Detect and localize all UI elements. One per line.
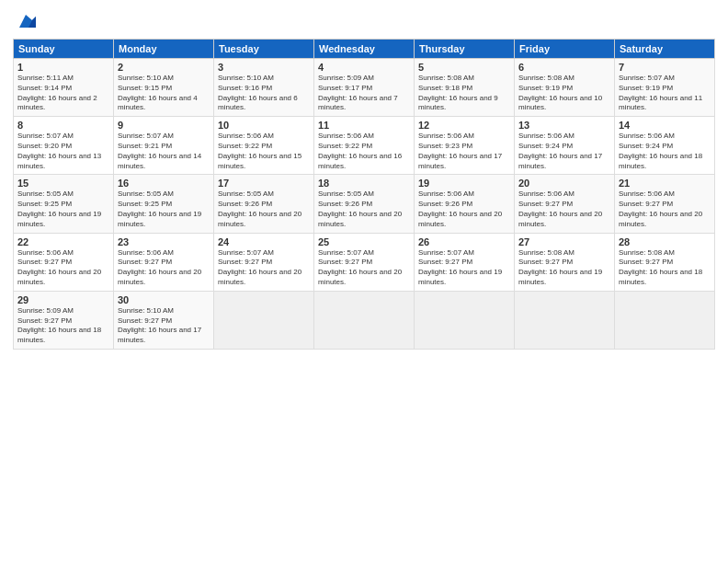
table-row: 5 Sunrise: 5:08 AM Sunset: 9:18 PM Dayli…	[415, 59, 515, 117]
day-info: Sunrise: 5:07 AM Sunset: 9:27 PM Dayligh…	[418, 248, 510, 288]
calendar-week-row: 15 Sunrise: 5:05 AM Sunset: 9:25 PM Dayl…	[14, 175, 715, 233]
day-info: Sunrise: 5:05 AM Sunset: 9:26 PM Dayligh…	[218, 190, 310, 229]
day-number: 8	[17, 120, 109, 131]
table-row: 28 Sunrise: 5:08 AM Sunset: 9:27 PM Dayl…	[615, 233, 715, 291]
page: Sunday Monday Tuesday Wednesday Thursday…	[0, 0, 728, 563]
table-row	[214, 291, 314, 349]
header-thursday: Thursday	[415, 40, 515, 59]
day-number: 19	[418, 178, 510, 189]
table-row	[415, 291, 515, 349]
day-number: 16	[118, 178, 210, 189]
day-number: 28	[619, 236, 711, 247]
calendar-week-row: 22 Sunrise: 5:06 AM Sunset: 9:27 PM Dayl…	[14, 233, 715, 291]
table-row: 12 Sunrise: 5:06 AM Sunset: 9:23 PM Dayl…	[415, 117, 515, 175]
table-row: 21 Sunrise: 5:06 AM Sunset: 9:27 PM Dayl…	[615, 175, 715, 233]
day-info: Sunrise: 5:06 AM Sunset: 9:22 PM Dayligh…	[218, 132, 310, 171]
day-number: 18	[318, 178, 410, 189]
day-number: 10	[218, 120, 310, 131]
table-row: 3 Sunrise: 5:10 AM Sunset: 9:16 PM Dayli…	[214, 59, 314, 117]
header	[13, 11, 715, 31]
table-row: 18 Sunrise: 5:05 AM Sunset: 9:26 PM Dayl…	[314, 175, 415, 233]
day-number: 4	[318, 62, 410, 73]
day-info: Sunrise: 5:05 AM Sunset: 9:25 PM Dayligh…	[17, 190, 109, 229]
table-row	[515, 291, 615, 349]
day-info: Sunrise: 5:07 AM Sunset: 9:20 PM Dayligh…	[17, 132, 109, 171]
day-info: Sunrise: 5:08 AM Sunset: 9:18 PM Dayligh…	[418, 74, 510, 113]
day-info: Sunrise: 5:05 AM Sunset: 9:26 PM Dayligh…	[318, 190, 410, 229]
table-row: 15 Sunrise: 5:05 AM Sunset: 9:25 PM Dayl…	[14, 175, 114, 233]
day-number: 29	[17, 294, 109, 305]
logo	[13, 11, 36, 31]
calendar-week-row: 29 Sunrise: 5:09 AM Sunset: 9:27 PM Dayl…	[14, 291, 715, 349]
logo-icon	[16, 11, 36, 31]
table-row: 1 Sunrise: 5:11 AM Sunset: 9:14 PM Dayli…	[14, 59, 114, 117]
header-sunday: Sunday	[14, 40, 114, 59]
day-number: 7	[619, 62, 711, 73]
table-row: 16 Sunrise: 5:05 AM Sunset: 9:25 PM Dayl…	[114, 175, 214, 233]
weekday-header-row: Sunday Monday Tuesday Wednesday Thursday…	[14, 40, 715, 59]
header-tuesday: Tuesday	[214, 40, 314, 59]
table-row: 26 Sunrise: 5:07 AM Sunset: 9:27 PM Dayl…	[415, 233, 515, 291]
table-row: 29 Sunrise: 5:09 AM Sunset: 9:27 PM Dayl…	[14, 291, 114, 349]
table-row: 2 Sunrise: 5:10 AM Sunset: 9:15 PM Dayli…	[114, 59, 214, 117]
table-row: 25 Sunrise: 5:07 AM Sunset: 9:27 PM Dayl…	[314, 233, 415, 291]
day-info: Sunrise: 5:06 AM Sunset: 9:27 PM Dayligh…	[118, 248, 210, 288]
day-number: 22	[17, 236, 109, 247]
day-info: Sunrise: 5:06 AM Sunset: 9:22 PM Dayligh…	[318, 132, 410, 171]
header-wednesday: Wednesday	[314, 40, 415, 59]
table-row: 4 Sunrise: 5:09 AM Sunset: 9:17 PM Dayli…	[314, 59, 415, 117]
day-number: 30	[118, 294, 210, 305]
day-info: Sunrise: 5:06 AM Sunset: 9:27 PM Dayligh…	[619, 190, 711, 229]
day-info: Sunrise: 5:06 AM Sunset: 9:27 PM Dayligh…	[17, 248, 109, 288]
day-number: 15	[17, 178, 109, 189]
day-info: Sunrise: 5:06 AM Sunset: 9:27 PM Dayligh…	[518, 190, 610, 229]
day-info: Sunrise: 5:11 AM Sunset: 9:14 PM Dayligh…	[17, 74, 109, 113]
table-row: 14 Sunrise: 5:06 AM Sunset: 9:24 PM Dayl…	[615, 117, 715, 175]
day-info: Sunrise: 5:06 AM Sunset: 9:24 PM Dayligh…	[518, 132, 610, 171]
table-row: 6 Sunrise: 5:08 AM Sunset: 9:19 PM Dayli…	[515, 59, 615, 117]
day-info: Sunrise: 5:07 AM Sunset: 9:27 PM Dayligh…	[218, 248, 310, 288]
table-row: 19 Sunrise: 5:06 AM Sunset: 9:26 PM Dayl…	[415, 175, 515, 233]
header-monday: Monday	[114, 40, 214, 59]
table-row: 30 Sunrise: 5:10 AM Sunset: 9:27 PM Dayl…	[114, 291, 214, 349]
table-row: 9 Sunrise: 5:07 AM Sunset: 9:21 PM Dayli…	[114, 117, 214, 175]
table-row: 17 Sunrise: 5:05 AM Sunset: 9:26 PM Dayl…	[214, 175, 314, 233]
day-info: Sunrise: 5:10 AM Sunset: 9:27 PM Dayligh…	[118, 306, 210, 346]
table-row: 23 Sunrise: 5:06 AM Sunset: 9:27 PM Dayl…	[114, 233, 214, 291]
header-friday: Friday	[515, 40, 615, 59]
day-number: 25	[318, 236, 410, 247]
day-number: 12	[418, 120, 510, 131]
table-row: 24 Sunrise: 5:07 AM Sunset: 9:27 PM Dayl…	[214, 233, 314, 291]
day-info: Sunrise: 5:06 AM Sunset: 9:23 PM Dayligh…	[418, 132, 510, 171]
table-row: 8 Sunrise: 5:07 AM Sunset: 9:20 PM Dayli…	[14, 117, 114, 175]
table-row	[314, 291, 415, 349]
calendar-week-row: 8 Sunrise: 5:07 AM Sunset: 9:20 PM Dayli…	[14, 117, 715, 175]
day-number: 3	[218, 62, 310, 73]
day-info: Sunrise: 5:08 AM Sunset: 9:27 PM Dayligh…	[518, 248, 610, 288]
day-number: 24	[218, 236, 310, 247]
day-info: Sunrise: 5:07 AM Sunset: 9:19 PM Dayligh…	[619, 74, 711, 113]
day-number: 9	[118, 120, 210, 131]
day-number: 11	[318, 120, 410, 131]
table-row: 27 Sunrise: 5:08 AM Sunset: 9:27 PM Dayl…	[515, 233, 615, 291]
day-number: 1	[17, 62, 109, 73]
day-number: 27	[518, 236, 610, 247]
day-number: 2	[118, 62, 210, 73]
table-row: 22 Sunrise: 5:06 AM Sunset: 9:27 PM Dayl…	[14, 233, 114, 291]
calendar-week-row: 1 Sunrise: 5:11 AM Sunset: 9:14 PM Dayli…	[14, 59, 715, 117]
day-info: Sunrise: 5:08 AM Sunset: 9:27 PM Dayligh…	[619, 248, 711, 288]
day-info: Sunrise: 5:09 AM Sunset: 9:27 PM Dayligh…	[17, 306, 109, 346]
day-info: Sunrise: 5:07 AM Sunset: 9:27 PM Dayligh…	[318, 248, 410, 288]
day-info: Sunrise: 5:09 AM Sunset: 9:17 PM Dayligh…	[318, 74, 410, 113]
day-number: 20	[518, 178, 610, 189]
day-info: Sunrise: 5:10 AM Sunset: 9:16 PM Dayligh…	[218, 74, 310, 113]
day-info: Sunrise: 5:08 AM Sunset: 9:19 PM Dayligh…	[518, 74, 610, 113]
day-info: Sunrise: 5:05 AM Sunset: 9:25 PM Dayligh…	[118, 190, 210, 229]
day-info: Sunrise: 5:07 AM Sunset: 9:21 PM Dayligh…	[118, 132, 210, 171]
day-info: Sunrise: 5:06 AM Sunset: 9:24 PM Dayligh…	[619, 132, 711, 171]
day-number: 17	[218, 178, 310, 189]
table-row: 7 Sunrise: 5:07 AM Sunset: 9:19 PM Dayli…	[615, 59, 715, 117]
table-row: 20 Sunrise: 5:06 AM Sunset: 9:27 PM Dayl…	[515, 175, 615, 233]
day-number: 5	[418, 62, 510, 73]
day-number: 13	[518, 120, 610, 131]
